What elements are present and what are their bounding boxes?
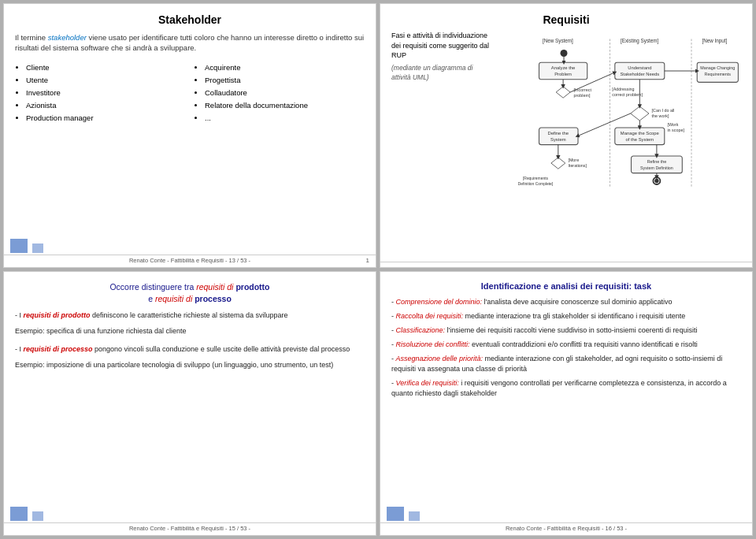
list2-item-5: ... [205, 112, 365, 125]
slide1-intro: Il termine stakeholder viene usato per i… [15, 32, 365, 54]
slide3-title-em1: requisiti di [196, 282, 235, 292]
slide1-footer: Renato Conte - Fattibilità e Requisiti -… [4, 255, 376, 264]
list1-item-5: Production manager [26, 112, 186, 125]
slide4-em-2: Raccolta dei requisiti: [396, 312, 464, 320]
svg-text:Stakeholder Needs: Stakeholder Needs [620, 72, 659, 76]
svg-marker-6 [556, 87, 570, 98]
svg-text:Understand: Understand [628, 65, 651, 70]
svg-text:Manage Changing: Manage Changing [700, 65, 735, 70]
slides-container: Stakeholder Il termine stakeholder viene… [0, 0, 756, 539]
slide4-footer: Renato Conte - Fattibilità e Requisiti -… [380, 522, 752, 532]
slide4-item-5: - Assegnazione delle priorità: mediante … [391, 354, 741, 374]
slide1-pagenum: 1 [366, 257, 369, 264]
list1-item-1: Cliente [26, 61, 186, 74]
slide4-body: - Comprensione del dominio: l'analista d… [391, 297, 741, 399]
slide4-em-5: Assegnazione delle priorità: [396, 355, 484, 362]
svg-text:[More: [More [568, 158, 579, 162]
slide2-diagram: [New System] [Existing System] [New Inpu… [500, 31, 741, 198]
svg-marker-34 [551, 158, 565, 169]
slide3-p1-em: requisiti di prodotto [24, 311, 91, 319]
slide-4: Identificazione e analisi dei requisiti:… [380, 271, 753, 536]
svg-text:problem]: problem] [574, 93, 591, 98]
label-new-input: [New Input] [702, 38, 728, 44]
slide1-list2-ul: Acquirente Progettista Collaudatore Rela… [194, 61, 365, 125]
svg-text:Manage the Scope: Manage the Scope [621, 131, 659, 136]
slide1-list2: Acquirente Progettista Collaudatore Rela… [194, 61, 365, 125]
svg-point-45 [654, 179, 658, 183]
slide4-em-1: Comprensione del dominio: [396, 298, 483, 306]
slide3-p1: - I requisiti di prodotto definiscono le… [15, 310, 365, 322]
svg-text:Iterations]: Iterations] [568, 163, 587, 168]
slide2-left-title: Fasi e attività di individuazione dei re… [391, 31, 494, 61]
svg-text:the work]: the work] [652, 113, 669, 118]
deco-corner3 [10, 507, 28, 521]
slide3-title: Occorre distinguere tra requisiti di pro… [15, 281, 365, 304]
deco-corner6 [409, 511, 420, 521]
slide1-italic: stakeholder [48, 33, 87, 42]
slide3-title-bold2: processo [195, 294, 232, 303]
svg-text:System: System [550, 137, 566, 142]
list2-item-2: Progettista [205, 74, 365, 87]
deco-corner4 [32, 511, 43, 521]
list2-item-4: Relatore della documentazione [205, 99, 365, 112]
label-new-system: [New System] [543, 38, 573, 44]
svg-text:of the System: of the System [625, 137, 654, 142]
list2-item-1: Acquirente [205, 61, 365, 74]
slide3-title-bold1: prodotto [235, 282, 269, 292]
slide4-item-2: - Raccolta dei requisiti: mediante inter… [391, 311, 741, 322]
slide3-title-em2: requisiti di [155, 294, 195, 303]
deco-corner1 [10, 239, 28, 253]
slide1-list1-ul: Cliente Utente Investitore Azionista Pro… [15, 61, 186, 125]
svg-text:Problem: Problem [554, 72, 572, 76]
slide4-item-3: - Classificazione: l'insieme dei requisi… [391, 325, 741, 336]
list1-item-2: Utente [26, 74, 186, 87]
slide-2: Requisiti Fasi e attività di individuazi… [380, 3, 753, 268]
slide3-p3: - I requisiti di processo pongono vincol… [15, 344, 365, 355]
svg-marker-20 [631, 106, 649, 121]
slide3-p3-em: requisiti di processo [24, 345, 93, 353]
start-node [561, 50, 568, 57]
slide1-lists: Cliente Utente Investitore Azionista Pro… [15, 61, 365, 125]
requisiti-diagram-svg: [New System] [Existing System] [New Inpu… [500, 31, 741, 196]
slide2-left: Fasi e attività di individuazione dei re… [391, 31, 494, 198]
svg-text:[Work: [Work [667, 122, 678, 127]
slide3-footer: Renato Conte - Fattibilità e Requisiti -… [4, 522, 376, 532]
slide3-body: - I requisiti di prodotto definiscono le… [15, 310, 365, 370]
svg-text:correct problem]: correct problem] [612, 92, 643, 97]
svg-text:Define the: Define the [547, 131, 569, 136]
list1-item-4: Azionista [26, 99, 186, 112]
slide1-list1: Cliente Utente Investitore Azionista Pro… [15, 61, 186, 125]
slide4-em-3: Classificazione: [396, 326, 446, 334]
slide1-title: Stakeholder [15, 13, 365, 26]
slide2-title: Requisiti [391, 13, 741, 26]
slide4-title: Identificazione e analisi dei requisiti:… [391, 281, 741, 291]
list1-item-3: Investitore [26, 87, 186, 99]
label-existing-system: [Existing System] [621, 38, 659, 44]
svg-text:[Incorrect: [Incorrect [574, 87, 592, 92]
svg-text:[Addressing: [Addressing [612, 87, 634, 91]
slide3-p4: Esempio: imposizione di una particolare … [15, 360, 365, 371]
deco-corner5 [387, 507, 404, 521]
slide-3: Occorre distinguere tra requisiti di pro… [3, 271, 376, 536]
slide3-p2: Esempio: specifica di una funzione richi… [15, 326, 365, 337]
slide2-left-sub: (mediante un diagramma di attività UML) [391, 64, 494, 83]
svg-text:Definition Complete]: Definition Complete] [518, 182, 554, 186]
slide4-item-1: - Comprensione del dominio: l'analista d… [391, 297, 741, 307]
slide-1: Stakeholder Il termine stakeholder viene… [3, 3, 376, 268]
svg-text:Analyze the: Analyze the [551, 65, 576, 70]
slide2-footer [380, 262, 752, 264]
list2-item-3: Collaudatore [205, 87, 365, 99]
svg-text:[Requirements: [Requirements [523, 177, 549, 180]
svg-text:in scope]: in scope] [667, 128, 684, 132]
slide4-item-6: - Verifica dei requisiti: i requisiti ve… [391, 378, 741, 399]
slide4-em-4: Risoluzione dei conflitti: [396, 340, 470, 348]
svg-text:Requirements: Requirements [705, 72, 732, 76]
slide2-content: Fasi e attività di individuazione dei re… [391, 31, 741, 198]
svg-text:System Definition: System Definition [640, 165, 673, 170]
svg-text:Refine the: Refine the [647, 159, 667, 164]
slide4-em-6: Verifica dei requisiti: [396, 379, 459, 387]
slide4-item-4: - Risoluzione dei conflitti: eventuali c… [391, 340, 741, 350]
svg-text:[Can I do all: [Can I do all [652, 108, 675, 113]
deco-corner2 [32, 243, 43, 253]
